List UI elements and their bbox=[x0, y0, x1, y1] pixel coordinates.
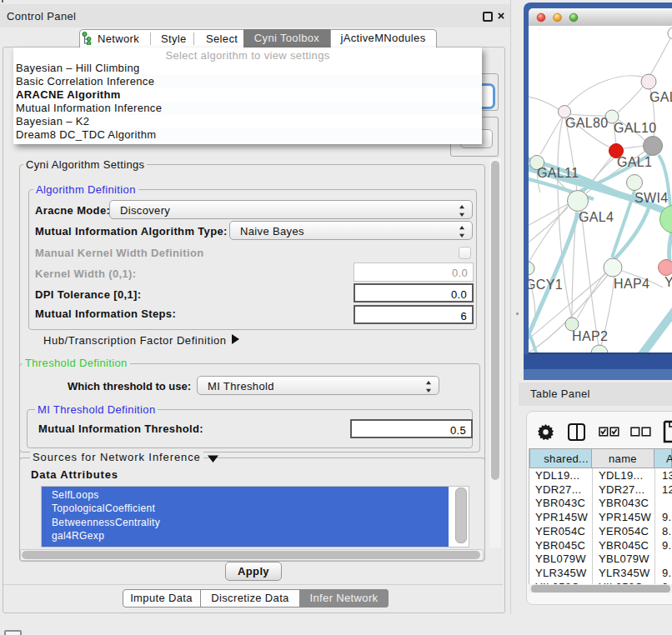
svg-text:GAL4: GAL4 bbox=[579, 210, 614, 224]
svg-text:GAL11: GAL11 bbox=[537, 166, 579, 180]
svg-text:HAP4: HAP4 bbox=[614, 277, 649, 291]
svg-text:GAL1: GAL1 bbox=[617, 155, 652, 169]
svg-text:GAL7: GAL7 bbox=[649, 90, 672, 104]
svg-text:GAL80: GAL80 bbox=[565, 116, 609, 130]
svg-text:HAP2: HAP2 bbox=[572, 329, 608, 343]
svg-text:Y: Y bbox=[664, 275, 672, 289]
svg-text:GAL10: GAL10 bbox=[614, 121, 657, 135]
svg-text:GCY1: GCY1 bbox=[529, 278, 563, 292]
svg-text:SWI4: SWI4 bbox=[634, 191, 669, 205]
